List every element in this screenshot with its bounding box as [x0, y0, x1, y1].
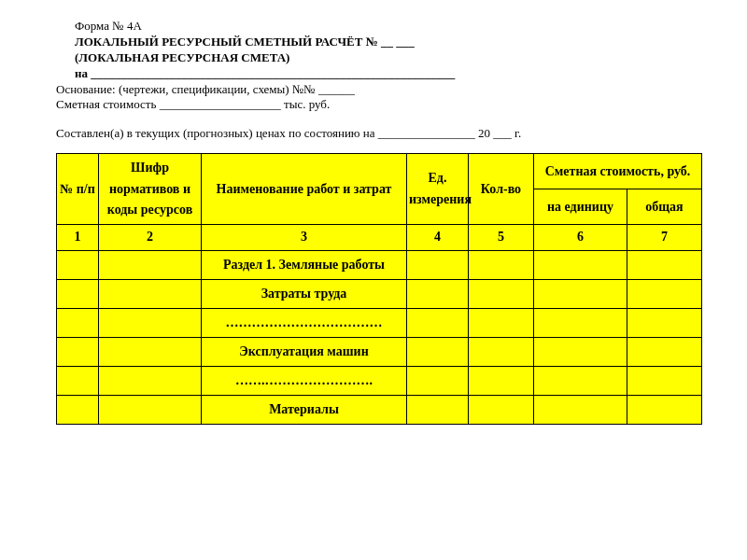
form-number: Форма № 4А	[75, 19, 691, 35]
table-row: …….…………………….	[57, 366, 702, 395]
row-labor: Затраты труда	[202, 279, 407, 308]
table-row: ………………………………	[57, 308, 702, 337]
on-object-line: на _____________________________________…	[75, 66, 691, 82]
col-num-2: 2	[99, 225, 202, 250]
col-header-unit: Ед. измерения	[407, 154, 469, 225]
table-row: Материалы	[57, 395, 702, 424]
col-header-qty: Кол-во	[469, 154, 534, 225]
col-num-5: 5	[469, 225, 534, 250]
table-row: Раздел 1. Земляные работы	[57, 250, 702, 279]
section-title: Раздел 1. Земляные работы	[202, 250, 407, 279]
col-header-code: Шифр нормативов и коды ресурсов	[99, 154, 202, 225]
table-row: Затраты труда	[57, 279, 702, 308]
row-machinery: Эксплуатация машин	[202, 337, 407, 366]
row-dots-2: …….…………………….	[202, 366, 407, 395]
col-num-4: 4	[407, 225, 469, 250]
estimated-cost-line: Сметная стоимость ____________________ т…	[56, 97, 691, 113]
title-line-2: (ЛОКАЛЬНАЯ РЕСУРСНАЯ СМЕТА)	[75, 50, 691, 66]
col-header-name: Наименование работ и затрат	[202, 154, 407, 225]
col-num-6: 6	[534, 225, 627, 250]
row-dots-1: ………………………………	[202, 308, 407, 337]
col-num-1: 1	[57, 225, 99, 250]
estimate-table: № п/п Шифр нормативов и коды ресурсов На…	[56, 153, 702, 425]
col-header-total: общая	[627, 189, 702, 225]
col-header-cost-group: Сметная стоимость, руб.	[534, 154, 702, 189]
col-num-7: 7	[627, 225, 702, 250]
title-line-1: ЛОКАЛЬНЫЙ РЕСУРСНЫЙ СМЕТНЫЙ РАСЧЁТ № __ …	[75, 35, 691, 50]
col-num-3: 3	[202, 225, 407, 250]
table-row: Эксплуатация машин	[57, 337, 702, 366]
col-header-num: № п/п	[57, 154, 99, 225]
row-materials: Материалы	[202, 395, 407, 424]
basis-line: Основание: (чертежи, спецификации, схемы…	[56, 82, 691, 98]
compiled-line: Составлен(а) в текущих (прогнозных) цена…	[56, 126, 691, 142]
col-header-per-unit: на единицу	[534, 189, 627, 225]
